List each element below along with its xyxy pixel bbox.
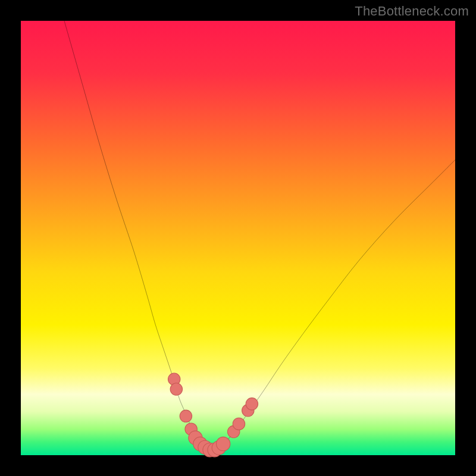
curve-left-branch [64, 21, 212, 451]
data-marker [233, 418, 245, 430]
data-marker [217, 437, 230, 450]
watermark-text: TheBottleneck.com [355, 4, 469, 19]
curve-layer [21, 21, 455, 455]
data-marker [170, 383, 182, 395]
data-marker [180, 410, 192, 422]
data-marker [246, 398, 258, 410]
chart-frame: TheBottleneck.com [0, 0, 476, 476]
plot-area [21, 21, 455, 455]
